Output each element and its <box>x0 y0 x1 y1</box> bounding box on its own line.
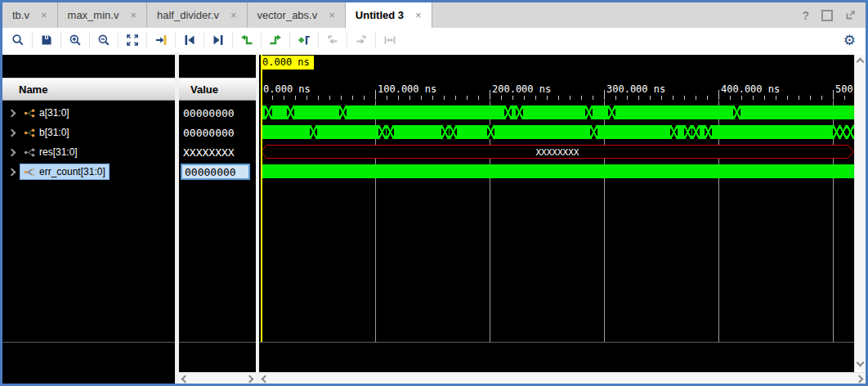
scroll-right-icon[interactable] <box>856 375 864 384</box>
zoom-fit-icon <box>126 34 139 47</box>
tab-tb.v[interactable]: tb.v × <box>2 2 58 28</box>
expand-chevron-icon[interactable] <box>8 109 16 117</box>
tab-vector_abs.v[interactable]: vector_abs.v × <box>248 2 346 28</box>
name-column-header[interactable]: Name <box>2 78 175 101</box>
add-marker-button[interactable] <box>293 30 315 50</box>
bus-transition-mark <box>504 105 512 119</box>
vertical-scrollbar[interactable] <box>854 55 866 370</box>
waveform-rows: XXXXXXXX <box>259 103 854 182</box>
find-button[interactable] <box>7 30 29 50</box>
value-horizontal-scrollbar[interactable] <box>179 372 256 384</box>
signal-value-err-count[interactable]: 00000000 <box>179 162 256 182</box>
scroll-down-icon[interactable] <box>857 359 865 367</box>
waveform-a[interactable] <box>259 103 854 123</box>
undefined-value-text: XXXXXXXX <box>536 147 579 158</box>
scroll-left-icon[interactable] <box>181 375 190 384</box>
previous-edge-button[interactable] <box>236 30 257 50</box>
float-window-icon[interactable] <box>845 10 856 20</box>
expand-chevron-icon[interactable] <box>8 168 16 176</box>
tab-max_min.v[interactable]: max_min.v × <box>58 2 147 28</box>
value-column-header[interactable]: Value <box>179 78 256 101</box>
maximize-icon[interactable] <box>821 10 833 21</box>
ruler-time-label: 500.000 ns <box>833 83 854 95</box>
wave-viewer-main: Name a[31:0] <box>2 52 866 384</box>
ruler-time-label: 400.000 ns <box>718 83 780 95</box>
tab-untitled-3[interactable]: Untitled 3 × <box>346 2 432 28</box>
signal-name-rows: a[31:0] b[31:0] <box>2 103 175 182</box>
close-icon[interactable]: × <box>130 9 136 21</box>
previous-marker-icon <box>326 34 339 47</box>
toolbar-separator <box>232 33 233 47</box>
signal-value-b[interactable]: 00000000 <box>179 123 256 142</box>
waveform-res[interactable]: XXXXXXXX <box>259 142 854 162</box>
bus-transition-mark <box>487 125 494 139</box>
signal-row-b[interactable]: b[31:0] <box>2 123 175 142</box>
previous-edge-icon <box>240 34 253 47</box>
bus-signal-icon <box>24 128 35 138</box>
expand-chevron-icon[interactable] <box>8 128 16 137</box>
timeline-ruler[interactable]: 0.000 ns100.000 ns200.000 ns300.000 ns40… <box>259 78 854 101</box>
zoom-fit-button[interactable] <box>122 30 143 50</box>
tab-label: max_min.v <box>68 9 119 21</box>
toolbar-separator <box>375 33 376 47</box>
selected-value-box: 00000000 <box>181 164 250 180</box>
wave-horizontal-scrollbar[interactable] <box>259 372 866 384</box>
bus-waveform-bar <box>261 164 854 178</box>
bus-transition-mark <box>684 125 691 139</box>
waveform-err-count[interactable] <box>259 162 854 182</box>
scroll-up-icon[interactable] <box>857 58 865 66</box>
signal-row-res[interactable]: res[31:0] <box>2 142 175 162</box>
bus-transition-mark <box>733 105 740 119</box>
signal-name: a[31:0] <box>39 107 69 119</box>
signal-row-err-count[interactable]: err_count[31:0] <box>2 162 175 182</box>
bus-transition-mark <box>590 125 597 139</box>
bus-transition-mark <box>670 125 678 139</box>
previous-transition-button[interactable] <box>179 30 200 50</box>
ruler-time-label: 300.000 ns <box>604 83 665 95</box>
toolbar-separator <box>146 33 147 47</box>
signal-value-res[interactable]: XXXXXXXX <box>179 142 256 162</box>
bus-waveform-bar <box>261 125 854 139</box>
settings-gear-icon[interactable]: ⚙ <box>843 34 856 47</box>
zoom-in-button[interactable] <box>65 30 86 50</box>
cursor-line[interactable] <box>261 55 262 342</box>
bus-transition-mark <box>378 125 386 139</box>
bus-transition-mark <box>450 125 457 139</box>
toolbar-separator <box>347 33 347 47</box>
ruler-time-label: 100.000 ns <box>375 83 436 95</box>
bus-transition-mark <box>310 125 317 139</box>
next-edge-icon <box>269 34 282 47</box>
previous-marker-button[interactable] <box>322 30 343 50</box>
scroll-right-icon[interactable] <box>246 375 254 384</box>
close-icon[interactable]: × <box>329 9 335 21</box>
bus-transition-mark <box>339 105 347 119</box>
simulation-window: tb.v × max_min.v × half_divider.v × vect… <box>0 0 868 386</box>
waveform-panel[interactable]: 0.000 ns 0.000 ns100.000 ns200.000 ns300… <box>259 55 854 372</box>
close-icon[interactable]: × <box>230 9 237 21</box>
zoom-to-cursor-button[interactable] <box>150 30 172 50</box>
close-icon[interactable]: × <box>415 9 422 21</box>
signal-value-panel: Value 00000000 00000000 XXXXXXXX 0000000… <box>179 55 256 384</box>
bus-signal-icon <box>24 147 35 158</box>
next-transition-button[interactable] <box>208 30 229 50</box>
panel-section-divider <box>259 342 854 343</box>
add-marker-icon <box>298 34 311 47</box>
signal-value-a[interactable]: 00000000 <box>179 103 256 123</box>
close-icon[interactable]: × <box>41 9 47 21</box>
zoom-out-button[interactable] <box>93 30 114 50</box>
scroll-left-icon[interactable] <box>262 375 270 384</box>
toolbar-separator <box>289 33 290 47</box>
swap-cursors-button[interactable] <box>379 30 400 50</box>
bus-signal-icon <box>24 167 35 177</box>
next-edge-button[interactable] <box>265 30 286 50</box>
tab-half_divider.v[interactable]: half_divider.v × <box>147 2 247 28</box>
bus-transition-mark <box>265 105 272 119</box>
panel-section-divider <box>2 342 175 343</box>
waveform-b[interactable] <box>259 123 854 142</box>
next-marker-button[interactable] <box>351 30 372 50</box>
signal-row-a[interactable]: a[31:0] <box>2 103 175 123</box>
expand-chevron-icon[interactable] <box>8 148 16 156</box>
help-icon[interactable]: ? <box>802 9 809 22</box>
toolbar-separator <box>175 33 176 47</box>
save-waveform-button[interactable] <box>36 30 57 50</box>
